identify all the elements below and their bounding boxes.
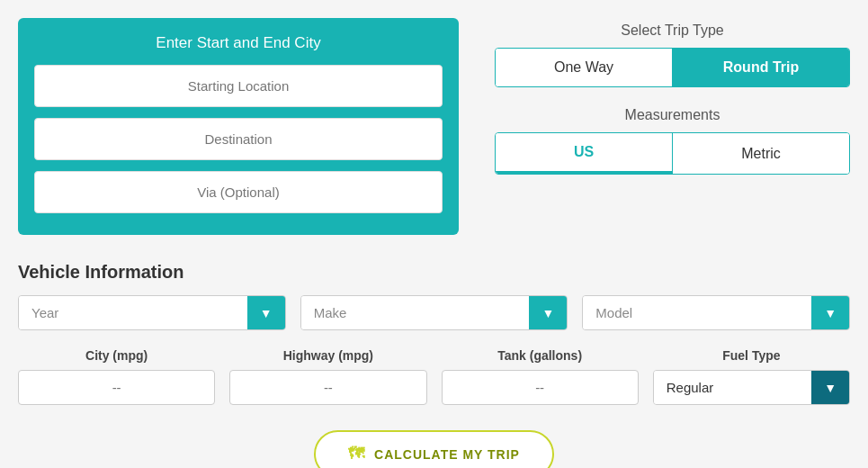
location-panel-title: Enter Start and End City bbox=[34, 34, 443, 52]
tank-gallons-input[interactable] bbox=[442, 370, 639, 405]
highway-mpg-input[interactable] bbox=[229, 370, 426, 405]
vehicle-dropdowns-row: Year ▼ Make ▼ Model ▼ bbox=[18, 295, 850, 330]
fuel-type-label: Fuel Type bbox=[722, 348, 780, 363]
map-icon: 🗺 bbox=[348, 445, 365, 464]
fuel-type-dropdown[interactable]: Regular ▼ bbox=[653, 370, 850, 405]
city-mpg-input[interactable] bbox=[18, 370, 215, 405]
fuel-type-value: Regular bbox=[654, 371, 811, 404]
vehicle-inputs-row: City (mpg) Highway (mpg) Tank (gallons) … bbox=[18, 348, 850, 405]
one-way-button[interactable]: One Way bbox=[496, 49, 673, 86]
model-label: Model bbox=[583, 296, 811, 329]
model-dropdown-arrow[interactable]: ▼ bbox=[811, 296, 849, 329]
make-label: Make bbox=[301, 296, 530, 329]
city-mpg-group: City (mpg) bbox=[18, 348, 215, 405]
tank-gallons-label: Tank (gallons) bbox=[497, 348, 582, 363]
starting-location-input[interactable] bbox=[34, 65, 443, 107]
trip-type-label: Select Trip Type bbox=[495, 22, 850, 39]
fuel-type-group: Fuel Type Regular ▼ bbox=[653, 348, 850, 405]
calculate-button[interactable]: 🗺 CALCULATE MY TRIP bbox=[314, 430, 554, 468]
measurements-toggle: US Metric bbox=[495, 132, 850, 175]
measurements-label: Measurements bbox=[495, 107, 850, 123]
location-panel: Enter Start and End City bbox=[18, 18, 459, 235]
year-dropdown-arrow[interactable]: ▼ bbox=[247, 296, 285, 329]
model-dropdown[interactable]: Model ▼ bbox=[582, 295, 850, 330]
tank-gallons-group: Tank (gallons) bbox=[442, 348, 639, 405]
year-label: Year bbox=[19, 296, 247, 329]
vehicle-section: Vehicle Information Year ▼ Make ▼ Model … bbox=[18, 262, 850, 468]
us-button[interactable]: US bbox=[496, 133, 673, 174]
trip-type-toggle: One Way Round Trip bbox=[495, 48, 850, 87]
calculate-button-label: CALCULATE MY TRIP bbox=[374, 447, 520, 462]
make-dropdown-arrow[interactable]: ▼ bbox=[529, 296, 567, 329]
fuel-type-dropdown-arrow[interactable]: ▼ bbox=[811, 371, 849, 404]
round-trip-button[interactable]: Round Trip bbox=[673, 49, 849, 86]
metric-button[interactable]: Metric bbox=[673, 133, 849, 174]
trip-type-panel: Select Trip Type One Way Round Trip Meas… bbox=[495, 18, 850, 235]
destination-input[interactable] bbox=[34, 118, 443, 160]
highway-mpg-group: Highway (mpg) bbox=[229, 348, 426, 405]
calculate-row: 🗺 CALCULATE MY TRIP bbox=[18, 430, 850, 468]
year-dropdown[interactable]: Year ▼ bbox=[18, 295, 286, 330]
highway-mpg-label: Highway (mpg) bbox=[283, 348, 373, 363]
via-input[interactable] bbox=[34, 171, 443, 213]
vehicle-section-title: Vehicle Information bbox=[18, 262, 850, 283]
city-mpg-label: City (mpg) bbox=[85, 348, 148, 363]
make-dropdown[interactable]: Make ▼ bbox=[300, 295, 568, 330]
